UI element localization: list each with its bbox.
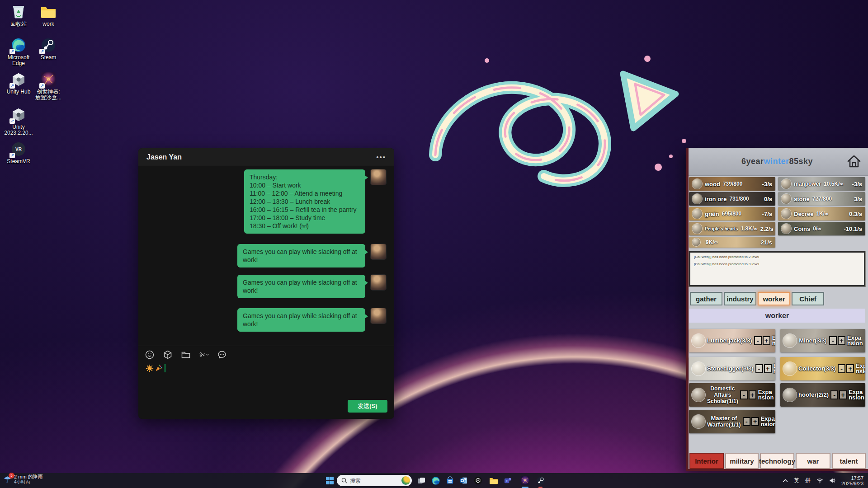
shortcut-arrow-icon: ↗	[39, 49, 45, 54]
tab-worker[interactable]: worker	[758, 292, 790, 305]
title-part-highlight: winter	[764, 157, 789, 166]
tab-talent[interactable]: talent	[832, 453, 866, 469]
resource-name: Coins	[794, 225, 810, 232]
chat-more-menu-icon[interactable]: •••	[376, 153, 386, 161]
chat-history-icon[interactable]	[217, 350, 227, 360]
chat-title: Jasen Yan	[146, 153, 182, 161]
increase-button[interactable]: +	[751, 417, 759, 426]
language-indicator-en[interactable]: 英	[794, 477, 799, 484]
tab-military[interactable]: military	[725, 453, 759, 469]
file-transfer-icon[interactable]	[163, 350, 173, 360]
game-art-icon: ↗	[40, 71, 57, 88]
worker-card-lumberjack[interactable]: Lumberjack(3/3) - + Expansion	[689, 329, 775, 352]
tab-war[interactable]: war	[796, 453, 830, 469]
steam-icon: ↗	[40, 37, 57, 53]
worker-card-domestic-affairs-scholar[interactable]: Domestic Affairs Scholar(1/1) - + Expans…	[689, 383, 775, 407]
screenshot-icon[interactable]	[199, 350, 209, 360]
worker-card-stonedigger[interactable]: Stonedigger(3/3) - + Expansion	[689, 357, 775, 380]
home-icon[interactable]	[846, 154, 862, 169]
desktop-icon-label: SteamVR	[4, 159, 33, 164]
decrease-button[interactable]: -	[830, 390, 838, 399]
desktop-icon-label: work	[33, 21, 63, 27]
decrease-button[interactable]: -	[838, 364, 845, 373]
svg-text:T: T	[506, 479, 508, 483]
desktop-icon-unity-hub[interactable]: ↗ Unity Hub	[4, 71, 33, 95]
increase-button[interactable]: +	[839, 390, 847, 399]
speaker-icon[interactable]	[829, 478, 835, 483]
tab-industry[interactable]: industry	[724, 292, 756, 305]
teams-icon[interactable]: T	[502, 474, 514, 487]
desktop-icon-work-folder[interactable]: work	[33, 4, 63, 27]
desktop-icon-genesis-game[interactable]: ↗ 创世神器: 放置沙盒...	[33, 71, 63, 101]
search-input[interactable]	[350, 478, 392, 484]
desktop-icon-unity[interactable]: ↗ Unity 2023.2.20...	[4, 107, 33, 136]
game-icon[interactable]	[519, 474, 531, 487]
worker-card-miner[interactable]: Miner(3/3) - + Expansion	[780, 329, 865, 352]
avatar[interactable]	[371, 275, 386, 290]
chevron-up-icon[interactable]	[783, 479, 788, 483]
expansion-button[interactable]: Expansion	[856, 363, 865, 374]
outlook-icon[interactable]	[458, 474, 470, 487]
avatar[interactable]	[371, 308, 386, 324]
message-line: Games you can play while slacking off at…	[243, 248, 360, 264]
desktop-icon-steamvr[interactable]: VR ↗ SteamVR	[4, 141, 33, 164]
tab-gather[interactable]: gather	[690, 292, 722, 305]
tab-chief[interactable]: Chief	[792, 292, 824, 305]
desktop-icon-steam[interactable]: ↗ Steam	[33, 37, 63, 61]
folder-icon[interactable]	[181, 350, 191, 360]
resource-icon	[781, 224, 791, 234]
store-icon[interactable]	[444, 474, 456, 487]
resource-name: grain	[705, 211, 719, 217]
clock[interactable]: 17:57 2025/9/23	[841, 475, 863, 486]
decrease-button[interactable]: -	[743, 417, 750, 426]
worker-card-master-of-warfare[interactable]: Master of Warfare(1/1) - + Expansion	[689, 410, 775, 433]
increase-button[interactable]: +	[846, 364, 854, 373]
worker-card-hoofer[interactable]: hoofer(2/2) - + Expansion	[780, 383, 865, 407]
svg-text:VR: VR	[15, 147, 22, 152]
decrease-button[interactable]: -	[740, 390, 748, 399]
task-view-icon[interactable]	[415, 474, 427, 487]
send-button[interactable]: 发送(S)	[348, 400, 387, 413]
worker-portrait	[692, 362, 705, 375]
expansion-button[interactable]: Expansion	[772, 335, 775, 346]
increase-button[interactable]: +	[764, 364, 772, 373]
resource-value: 1K/∞	[816, 211, 828, 217]
steamvr-icon: VR ↗	[10, 141, 27, 157]
increase-button[interactable]: +	[763, 336, 770, 345]
decrease-button[interactable]: -	[829, 336, 837, 345]
desktop-icon-recycle-bin[interactable]: 回收站	[4, 4, 33, 27]
expansion-button[interactable]: Expansion	[758, 389, 774, 400]
decrease-button[interactable]: -	[754, 336, 762, 345]
avatar[interactable]	[371, 169, 386, 185]
file-explorer-icon[interactable]	[487, 474, 500, 487]
weather-line2: 4小时内	[14, 479, 43, 485]
title-part: 6year	[741, 157, 764, 166]
language-indicator-pinyin[interactable]: 拼	[805, 477, 811, 484]
message-line: 16:00 – 16:15 – Refill tea in the pantry	[250, 206, 360, 214]
increase-button[interactable]: +	[749, 390, 756, 399]
edge-icon[interactable]	[429, 474, 442, 487]
message-input[interactable]: 🌞🎉	[146, 364, 165, 372]
chatgpt-icon[interactable]	[472, 474, 484, 487]
worker-portrait	[692, 388, 705, 402]
steam-icon[interactable]	[534, 474, 547, 487]
avatar[interactable]	[371, 244, 386, 259]
start-icon[interactable]	[324, 474, 336, 487]
tab-interior[interactable]: Interior	[689, 453, 724, 469]
worker-card-collector[interactable]: Collector(3/3) - + Expansion	[780, 357, 865, 380]
expansion-button[interactable]: Expansion	[849, 389, 865, 400]
expansion-button[interactable]: Expansion	[847, 335, 863, 346]
expansion-button[interactable]: Expansion	[761, 416, 775, 427]
desktop-icon-edge[interactable]: ↗ Microsoft Edge	[4, 37, 33, 66]
expansion-button[interactable]: Expansion	[774, 363, 775, 374]
tab-technology[interactable]: technology	[760, 453, 794, 469]
decrease-button[interactable]: -	[755, 364, 763, 373]
increase-button[interactable]: +	[838, 336, 845, 345]
weather-widget[interactable]: ☂5 2 mm 的降雨 4小时内	[4, 474, 43, 485]
wifi-icon[interactable]	[816, 478, 823, 483]
weather-badge: 5	[9, 473, 14, 479]
resource-rate: -7/s	[762, 211, 772, 217]
emoji-icon[interactable]	[145, 350, 155, 360]
resource-value: 9K/∞	[706, 239, 718, 245]
search-box[interactable]	[337, 475, 412, 486]
